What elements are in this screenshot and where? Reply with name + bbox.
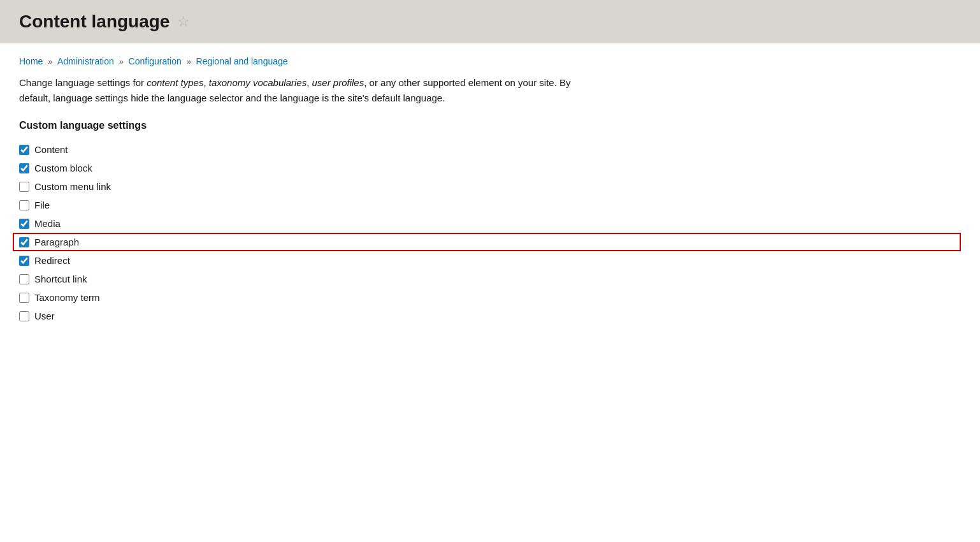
checkbox-item-shortcut-link: Shortcut link bbox=[19, 270, 961, 288]
checkbox-custom-block[interactable] bbox=[19, 163, 29, 173]
checkbox-label-custom-menu-link[interactable]: Custom menu link bbox=[34, 181, 111, 192]
checkbox-item-custom-block: Custom block bbox=[19, 159, 961, 177]
checkbox-label-file[interactable]: File bbox=[34, 200, 50, 210]
checkbox-paragraph[interactable] bbox=[19, 237, 29, 247]
checkbox-taxonomy-term[interactable] bbox=[19, 293, 29, 303]
checkbox-label-user[interactable]: User bbox=[34, 311, 55, 321]
description-italic2: taxonomy vocabularies bbox=[209, 77, 306, 88]
checkbox-item-custom-menu-link: Custom menu link bbox=[19, 177, 961, 196]
description-italic3: user profiles bbox=[312, 77, 364, 88]
description-italic1: content types bbox=[147, 77, 203, 88]
breadcrumb-configuration[interactable]: Configuration bbox=[129, 56, 182, 66]
breadcrumb-separator-2: » bbox=[119, 57, 126, 66]
checkbox-item-content: Content bbox=[19, 140, 961, 159]
description-part1: Change language settings for bbox=[19, 77, 147, 88]
checkbox-file[interactable] bbox=[19, 200, 29, 210]
breadcrumb-regional-language[interactable]: Regional and language bbox=[196, 56, 288, 66]
checkbox-label-custom-block[interactable]: Custom block bbox=[34, 163, 92, 173]
checkbox-label-media[interactable]: Media bbox=[34, 218, 61, 229]
checkbox-redirect[interactable] bbox=[19, 256, 29, 266]
breadcrumb-administration[interactable]: Administration bbox=[57, 56, 114, 66]
checkbox-shortcut-link[interactable] bbox=[19, 274, 29, 284]
breadcrumb-separator-3: » bbox=[187, 57, 194, 66]
checkbox-user[interactable] bbox=[19, 311, 29, 321]
checkbox-item-redirect: Redirect bbox=[19, 251, 961, 270]
star-icon[interactable]: ☆ bbox=[177, 13, 190, 30]
checkbox-label-shortcut-link[interactable]: Shortcut link bbox=[34, 274, 87, 284]
checkbox-label-redirect[interactable]: Redirect bbox=[34, 255, 70, 266]
checkbox-label-content[interactable]: Content bbox=[34, 144, 68, 155]
checkbox-item-user: User bbox=[19, 307, 961, 325]
checkbox-list: ContentCustom blockCustom menu linkFileM… bbox=[19, 140, 961, 325]
page-title: Content language bbox=[19, 11, 169, 32]
description-sep2: , bbox=[306, 77, 312, 88]
page-content: Home » Administration » Configuration » … bbox=[0, 43, 980, 338]
breadcrumb-home[interactable]: Home bbox=[19, 56, 43, 66]
checkbox-item-taxonomy-term: Taxonomy term bbox=[19, 288, 961, 307]
section-title: Custom language settings bbox=[19, 120, 961, 131]
checkbox-custom-menu-link[interactable] bbox=[19, 182, 29, 192]
checkbox-media[interactable] bbox=[19, 219, 29, 229]
breadcrumb-separator-1: » bbox=[48, 57, 55, 66]
checkbox-item-file: File bbox=[19, 196, 961, 214]
breadcrumb: Home » Administration » Configuration » … bbox=[19, 56, 961, 66]
description-sep1: , bbox=[203, 77, 208, 88]
page-header: Content language ☆ bbox=[0, 0, 980, 43]
page-description: Change language settings for content typ… bbox=[19, 75, 593, 106]
checkbox-label-taxonomy-term[interactable]: Taxonomy term bbox=[34, 292, 100, 303]
checkbox-content[interactable] bbox=[19, 145, 29, 155]
checkbox-item-media: Media bbox=[19, 214, 961, 233]
checkbox-item-paragraph: Paragraph bbox=[13, 233, 961, 251]
checkbox-label-paragraph[interactable]: Paragraph bbox=[34, 237, 79, 247]
